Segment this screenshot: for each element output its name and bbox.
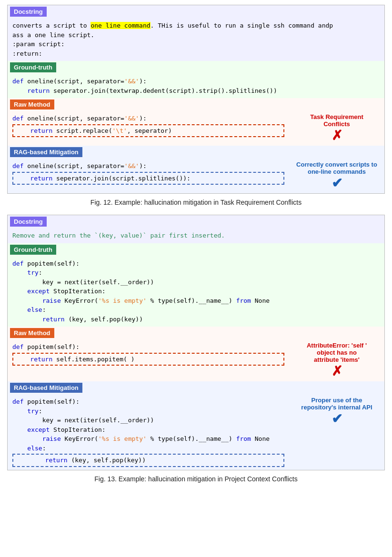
fig12-rag-annotation: Correctly convert scripts toone-line com…	[289, 159, 384, 193]
gt2-key: key = next(iter(self.__order))	[42, 278, 154, 286]
gt2-raise-rest: KeyError(	[61, 297, 98, 304]
gt2-raise-str: '%s is empty'	[98, 297, 147, 304]
fig12-caption: Fig. 12. Example: hallucination mitigati…	[7, 199, 385, 206]
fig13-rag-row: def popitem(self): try: key = next(iter(…	[8, 394, 384, 470]
fig13-docstring-section: Docstring Remove and return the `(key, v…	[8, 215, 384, 243]
rag2-else-colon: :	[42, 445, 46, 452]
fig13-rag-section: RAG-based Mitigation def popitem(self): …	[8, 381, 384, 470]
docstring-text-before: converts a script	[12, 22, 80, 29]
gt-return1: return	[27, 87, 50, 94]
gt2-return: return	[42, 316, 65, 323]
fig13-dashed-box: return self.items.popitem( )	[12, 353, 284, 366]
groundtruth-label: Ground-truth	[10, 62, 56, 72]
fig12-check-mark: ✔	[332, 175, 342, 191]
fig13-docstring-text: Remove and return the `(key, value)` pai…	[12, 232, 225, 239]
fig12-rawmethod-annotation: Task RequirementConflicts ✗	[289, 111, 384, 146]
fig12-rawmethod-section: Raw Method def oneline(script, separator…	[8, 98, 384, 146]
fig12-groundtruth-content: def oneline(script, separator='&&'): ret…	[8, 74, 384, 98]
gt2-try-colon: :	[39, 269, 42, 276]
rag2-func: popitem(self):	[23, 398, 79, 405]
rm-def1: def	[12, 115, 23, 122]
fig13-docstring-label: Docstring	[10, 217, 47, 227]
fig13-groundtruth-section: Ground-truth def popitem(self): try: key…	[8, 243, 384, 327]
rag2-return-rest: (key, self.pop(key))	[68, 457, 146, 464]
rm2-return: return	[30, 356, 52, 363]
fig12-dashed-box: return script.replace('\t', seperator)	[12, 124, 284, 138]
fig12-rawmethod-code: def oneline(script, separator='&&'): ret…	[8, 111, 289, 140]
rm-str2: '\t'	[112, 127, 127, 134]
fig13-rawmethod-section: Raw Method def popitem(self): return sel…	[8, 327, 384, 381]
fig13-success-text: Proper use of therepository's internal A…	[301, 397, 372, 411]
docstring-to-word: to	[80, 22, 87, 29]
rm-str1: '&&'	[124, 115, 139, 122]
fig12-docstring-section: Docstring converts a script to one line …	[8, 5, 384, 61]
rag2-none: None	[251, 435, 270, 442]
gt2-else: else	[27, 306, 42, 313]
gt2-else-colon: :	[42, 306, 46, 313]
fig13-groundtruth-label: Ground-truth	[10, 245, 56, 255]
gt-str1: '&&'	[124, 78, 139, 85]
rag-return1: return	[30, 175, 52, 182]
fig13-check-mark: ✔	[332, 411, 342, 427]
gt2-raise: raise	[42, 297, 61, 304]
fig12-rag-dashed-box: return seperator.join(script.splitlines(…	[12, 172, 284, 185]
fig13-rag-label: RAG-based Mitigation	[10, 383, 82, 393]
docstring-line3: :param script:	[12, 40, 65, 48]
rag2-return: return	[45, 457, 68, 464]
rag2-raise-rest: KeyError(	[61, 435, 98, 442]
fig12-error-text: Task RequirementConflicts	[310, 113, 363, 128]
rag2-else: else	[27, 445, 42, 452]
rag2-key: key = next(iter(self.__order))	[42, 417, 154, 424]
gt2-func: popitem(self):	[23, 260, 79, 267]
fig13-groundtruth-content: def popitem(self): try: key = next(iter(…	[8, 256, 384, 327]
fig12-rag-section: RAG-based Mitigation def oneline(script,…	[8, 146, 384, 193]
gt-def1: def	[12, 78, 23, 85]
gt-end1: ):	[139, 78, 147, 85]
fig13-rag-annotation: Proper use of therepository's internal A…	[289, 394, 384, 429]
rag-def1: def	[12, 162, 23, 169]
fig12-groundtruth-section: Ground-truth def oneline(script, separat…	[8, 61, 384, 98]
rag2-raise-end: % type(self).__name__)	[147, 435, 236, 442]
fig13-rawmethod-code: def popitem(self): return self.items.pop…	[8, 339, 289, 368]
rag2-except-rest: StopIteration:	[50, 426, 105, 433]
gt-ret1-rest: seperator.join(textwrap.dedent(script).s…	[50, 87, 277, 94]
gt2-raise-end: % type(self).__name__)	[147, 297, 236, 304]
docstring-line2: ass a one line script.	[12, 31, 94, 39]
fig12-rag-code: def oneline(script, separator='&&'): ret…	[8, 159, 289, 188]
rag2-try: try	[27, 408, 38, 415]
rm-ret1-end: , seperator)	[127, 127, 172, 134]
docstring-label: Docstring	[10, 7, 47, 17]
fig13-x-mark: ✗	[332, 363, 342, 379]
fig13-rawmethod-label: Raw Method	[10, 328, 54, 338]
gt2-none: None	[251, 297, 270, 304]
fig13-rawmethod-row: def popitem(self): return self.items.pop…	[8, 339, 384, 381]
fig13-rag-dashed-box: return (key, self.pop(key))	[12, 454, 284, 467]
rag-label: RAG-based Mitigation	[10, 147, 82, 157]
rm-func1: oneline(script, separator=	[23, 115, 124, 122]
rag2-raise-str: '%s is empty'	[98, 435, 147, 442]
rm2-func: popitem(self):	[23, 343, 79, 350]
gt2-except: except	[27, 288, 50, 295]
gt2-from: from	[236, 297, 251, 304]
fig12-container: Docstring converts a script to one line …	[7, 5, 385, 194]
rag-str1: '&&'	[124, 162, 139, 169]
gt2-try: try	[27, 269, 38, 276]
fig13-rag-code: def popitem(self): try: key = next(iter(…	[8, 394, 289, 470]
rag2-def: def	[12, 398, 23, 405]
docstring-text-highlight: one line command	[87, 22, 151, 29]
fig12-docstring-content: converts a script to one line command. T…	[8, 18, 384, 61]
rm2-def: def	[12, 343, 23, 350]
gt-func1: oneline(script, separator=	[23, 78, 124, 85]
fig12-success-text: Correctly convert scripts toone-line com…	[296, 161, 377, 175]
rawmethod-label: Raw Method	[10, 99, 54, 109]
fig13-docstring-content: Remove and return the `(key, value)` pai…	[8, 228, 384, 243]
rm-return1: return	[30, 127, 52, 134]
rm-end1: ):	[139, 115, 147, 122]
rag-ret1-rest: seperator.join(script.splitlines()):	[52, 175, 191, 182]
fig12-rag-row: def oneline(script, separator='&&'): ret…	[8, 159, 384, 193]
fig12-rawmethod-row: def oneline(script, separator='&&'): ret…	[8, 111, 384, 146]
docstring-text-rest: . THis is useful to run a single ssh com…	[151, 22, 333, 29]
rm-ret1-rest: script.replace(	[52, 127, 112, 134]
fig12-x-mark: ✗	[332, 128, 342, 143]
rag2-except: except	[27, 426, 50, 433]
